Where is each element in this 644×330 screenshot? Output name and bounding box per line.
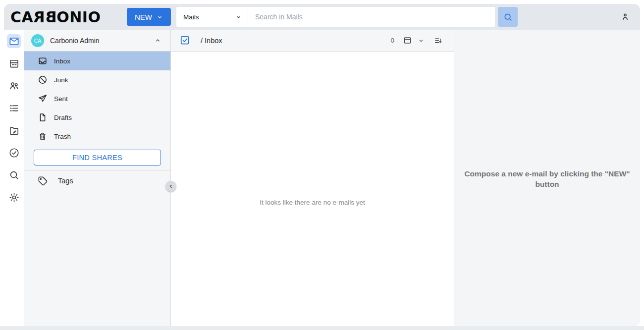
folder-label: Drafts [54, 114, 72, 121]
search-icon [503, 12, 513, 22]
mail-list-body: It looks like there are no e-mails yet [171, 52, 454, 326]
search-submit-button[interactable] [498, 7, 518, 27]
rail-item-contacts[interactable] [7, 79, 21, 93]
avatar: CA [31, 34, 44, 47]
user-account-button[interactable] [620, 12, 630, 22]
folder-label: Sent [54, 95, 68, 103]
reading-pane: Compose a new e-mail by clicking the "NE… [454, 30, 640, 326]
folder-trash[interactable]: Trash [24, 127, 170, 146]
layout-toggle-button[interactable] [403, 36, 412, 45]
rail-item-calendars[interactable] [7, 56, 21, 70]
folder-inbox[interactable]: Inbox [24, 52, 170, 70]
gear-icon [8, 192, 20, 203]
checkmark-circle-icon [8, 147, 20, 159]
compose-hint: Compose a new e-mail by clicking the "NE… [458, 169, 637, 189]
tag-icon [38, 176, 48, 186]
search-scope-select[interactable]: Mails [176, 7, 248, 27]
folder-label: Inbox [54, 57, 70, 65]
chevron-down-icon [157, 14, 163, 20]
account-accordion[interactable]: CA Carbonio Admin [24, 30, 170, 52]
paper-plane-icon [38, 94, 48, 104]
chevron-up-icon [154, 37, 161, 44]
window-bottom-edge [0, 326, 644, 330]
chevron-down-icon [235, 14, 242, 20]
select-all-checkbox[interactable] [180, 35, 190, 46]
empty-list-message: It looks like there are no e-mails yet [171, 199, 454, 206]
chevron-left-icon [168, 183, 174, 189]
calendar-icon [8, 58, 20, 69]
account-name: Carbonio Admin [50, 37, 148, 45]
folder-junk[interactable]: Junk [24, 70, 170, 89]
search-input[interactable] [248, 7, 495, 27]
folder-drafts[interactable]: Drafts [24, 108, 170, 127]
new-button-label: NEW [135, 13, 152, 21]
primary-nav-rail [4, 30, 24, 326]
rail-item-search[interactable] [7, 168, 21, 182]
people-icon [8, 80, 20, 92]
search-bar: Mails [176, 7, 495, 27]
rail-item-lists[interactable] [7, 101, 21, 115]
rail-item-files[interactable] [7, 123, 21, 137]
search-scope-value: Mails [183, 13, 235, 21]
rail-item-mails[interactable] [7, 34, 21, 48]
search-icon [8, 169, 20, 181]
mail-list-panel: / Inbox 0 It looks like there are no e-m… [171, 30, 454, 326]
files-icon [8, 125, 20, 136]
breadcrumb: / Inbox [201, 37, 222, 45]
rail-item-tasks[interactable] [7, 146, 21, 160]
tags-accordion[interactable]: Tags [24, 171, 170, 191]
sidebar-collapse-button[interactable] [165, 181, 176, 192]
tags-label: Tags [58, 177, 73, 185]
folder-label: Trash [54, 133, 71, 140]
carbonio-logo: CARBONIO [4, 8, 127, 26]
chevron-down-icon[interactable] [418, 37, 425, 44]
folder-sent[interactable]: Sent [24, 89, 170, 108]
find-shares-button[interactable]: FIND SHARES [34, 150, 161, 165]
trash-icon [38, 131, 48, 141]
file-icon [38, 112, 48, 122]
message-count: 0 [390, 37, 394, 44]
mail-list-header: / Inbox 0 [171, 30, 454, 52]
list-icon [8, 103, 20, 114]
top-bar: CARBONIO NEW Mails [4, 4, 640, 30]
slash-circle-icon [38, 75, 48, 85]
mail-sidebar: CA Carbonio Admin Inbox Junk Sent [24, 30, 171, 326]
app-shell: CA Carbonio Admin Inbox Junk Sent [4, 30, 640, 326]
sort-button[interactable] [434, 36, 443, 45]
new-button[interactable]: NEW [127, 8, 171, 26]
rail-item-settings[interactable] [7, 190, 21, 204]
folder-label: Junk [54, 76, 68, 84]
person-icon [620, 12, 630, 22]
inbox-icon [38, 56, 48, 66]
mail-icon [8, 36, 20, 47]
